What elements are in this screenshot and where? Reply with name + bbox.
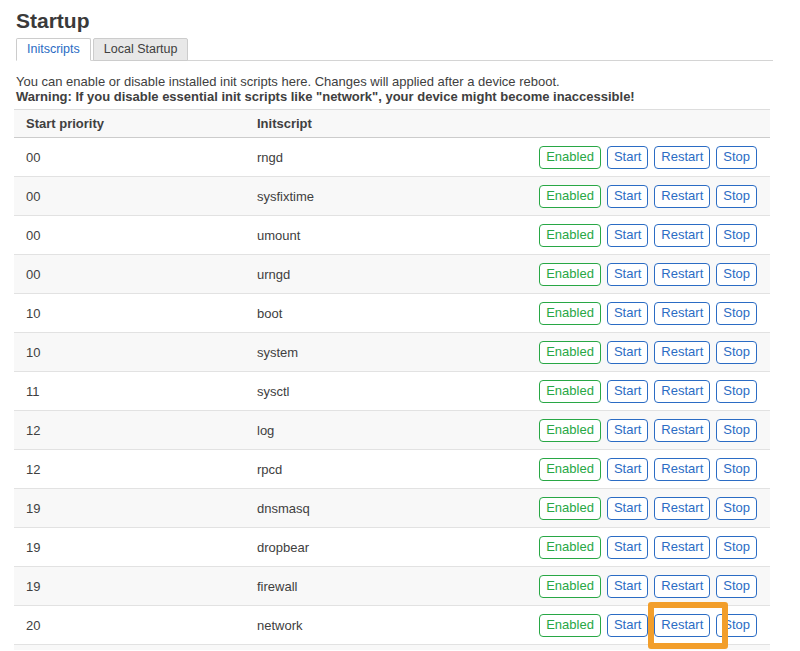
table-row: 00sysfixtimeEnabledStartRestartStop	[14, 177, 770, 216]
tab-local-startup[interactable]: Local Startup	[93, 38, 189, 61]
start-button[interactable]: Start	[607, 263, 648, 286]
priority-cell: 00	[14, 267, 257, 282]
priority-cell: 19	[14, 501, 257, 516]
tab-initscripts[interactable]: Initscripts	[16, 38, 91, 61]
stop-button[interactable]: Stop	[716, 419, 757, 442]
stop-button[interactable]: Stop	[716, 614, 757, 637]
table-row: 12logEnabledStartRestartStop	[14, 411, 770, 450]
restart-button[interactable]: Restart	[654, 302, 710, 325]
priority-cell: 11	[14, 384, 257, 399]
enabled-button[interactable]: Enabled	[539, 380, 601, 403]
initscript-cell: sysfixtime	[257, 189, 539, 204]
actions-cell: EnabledStartRestartStop	[539, 302, 770, 325]
priority-cell: 20	[14, 618, 257, 633]
initscript-cell: sysctl	[257, 384, 539, 399]
restart-button[interactable]: Restart	[654, 341, 710, 364]
table-row: 19dnsmasqEnabledStartRestartStop	[14, 489, 770, 528]
initscript-cell: dnsmasq	[257, 501, 539, 516]
initscript-cell: rngd	[257, 150, 539, 165]
priority-cell: 10	[14, 345, 257, 360]
initscript-cell: log	[257, 423, 539, 438]
table-row: 12rpcdEnabledStartRestartStop	[14, 450, 770, 489]
start-button[interactable]: Start	[607, 341, 648, 364]
priority-cell: 19	[14, 579, 257, 594]
restart-button[interactable]: Restart	[654, 185, 710, 208]
stop-button[interactable]: Stop	[716, 185, 757, 208]
enabled-button[interactable]: Enabled	[539, 458, 601, 481]
enabled-button[interactable]: Enabled	[539, 263, 601, 286]
description-text: You can enable or disable installed init…	[16, 74, 800, 89]
table-row: 00umountEnabledStartRestartStop	[14, 216, 770, 255]
enabled-button[interactable]: Enabled	[539, 497, 601, 520]
stop-button[interactable]: Stop	[716, 224, 757, 247]
stop-button[interactable]: Stop	[716, 536, 757, 559]
start-button[interactable]: Start	[607, 419, 648, 442]
restart-button[interactable]: Restart	[654, 263, 710, 286]
enabled-button[interactable]: Enabled	[539, 224, 601, 247]
stop-button[interactable]: Stop	[716, 497, 757, 520]
initscripts-table: Start priority Initscript 00rngdEnabledS…	[14, 109, 770, 650]
start-button[interactable]: Start	[607, 536, 648, 559]
start-button[interactable]: Start	[607, 224, 648, 247]
initscript-cell: dropbear	[257, 540, 539, 555]
page-title: Startup	[16, 0, 800, 33]
enabled-button[interactable]: Enabled	[539, 536, 601, 559]
stop-button[interactable]: Stop	[716, 263, 757, 286]
initscripts-table-body: 00rngdEnabledStartRestartStop00sysfixtim…	[14, 138, 770, 650]
enabled-button[interactable]: Enabled	[539, 185, 601, 208]
priority-cell: 00	[14, 228, 257, 243]
table-row: 00urngdEnabledStartRestartStop	[14, 255, 770, 294]
restart-button[interactable]: Restart	[654, 146, 710, 169]
stop-button[interactable]: Stop	[716, 380, 757, 403]
column-header-initscript: Initscript	[257, 116, 770, 131]
start-button[interactable]: Start	[607, 380, 648, 403]
enabled-button[interactable]: Enabled	[539, 575, 601, 598]
tab-bar: Initscripts Local Startup	[16, 38, 773, 61]
start-button[interactable]: Start	[607, 458, 648, 481]
stop-button[interactable]: Stop	[716, 302, 757, 325]
table-row: 19firewallEnabledStartRestartStop	[14, 567, 770, 606]
priority-cell: 10	[14, 306, 257, 321]
restart-button[interactable]: Restart	[654, 497, 710, 520]
stop-button[interactable]: Stop	[716, 575, 757, 598]
restart-button[interactable]: Restart	[654, 458, 710, 481]
stop-button[interactable]: Stop	[716, 146, 757, 169]
actions-cell: EnabledStartRestartStop	[539, 536, 770, 559]
column-header-start-priority: Start priority	[14, 116, 257, 131]
actions-cell: EnabledStartRestartStop	[539, 614, 770, 637]
startup-page: Startup Initscripts Local Startup You ca…	[0, 0, 800, 650]
start-button[interactable]: Start	[607, 185, 648, 208]
start-button[interactable]: Start	[607, 146, 648, 169]
enabled-button[interactable]: Enabled	[539, 341, 601, 364]
restart-button[interactable]: Restart	[654, 380, 710, 403]
table-row-partial	[14, 645, 770, 650]
stop-button[interactable]: Stop	[716, 458, 757, 481]
start-button[interactable]: Start	[607, 497, 648, 520]
actions-cell: EnabledStartRestartStop	[539, 185, 770, 208]
priority-cell: 12	[14, 462, 257, 477]
priority-cell: 00	[14, 189, 257, 204]
enabled-button[interactable]: Enabled	[539, 302, 601, 325]
actions-cell: EnabledStartRestartStop	[539, 224, 770, 247]
actions-cell: EnabledStartRestartStop	[539, 419, 770, 442]
start-button[interactable]: Start	[607, 614, 648, 637]
stop-button[interactable]: Stop	[716, 341, 757, 364]
restart-button[interactable]: Restart	[654, 575, 710, 598]
table-row: 10systemEnabledStartRestartStop	[14, 333, 770, 372]
restart-button[interactable]: Restart	[654, 536, 710, 559]
table-row: 19dropbearEnabledStartRestartStop	[14, 528, 770, 567]
restart-button[interactable]: Restart	[654, 419, 710, 442]
initscript-cell: system	[257, 345, 539, 360]
intro-text: You can enable or disable installed init…	[16, 74, 800, 104]
enabled-button[interactable]: Enabled	[539, 419, 601, 442]
restart-button[interactable]: Restart	[654, 614, 710, 637]
priority-cell: 19	[14, 540, 257, 555]
priority-cell: 12	[14, 423, 257, 438]
enabled-button[interactable]: Enabled	[539, 146, 601, 169]
start-button[interactable]: Start	[607, 575, 648, 598]
table-row: 00rngdEnabledStartRestartStop	[14, 138, 770, 177]
restart-button[interactable]: Restart	[654, 224, 710, 247]
enabled-button[interactable]: Enabled	[539, 614, 601, 637]
initscript-cell: boot	[257, 306, 539, 321]
start-button[interactable]: Start	[607, 302, 648, 325]
